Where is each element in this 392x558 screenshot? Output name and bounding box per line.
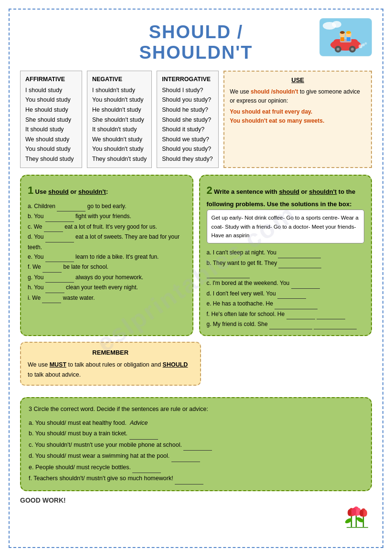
use-example2: You shouldn't eat so many sweets.: [230, 116, 366, 126]
list-item: i. We waste water.: [28, 293, 186, 303]
exercise2-number: 2: [207, 184, 212, 196]
list-item: f. We be late for school.: [28, 262, 186, 272]
svg-point-8: [351, 48, 354, 51]
list-item: h. You clean your teeth every night.: [28, 283, 186, 293]
list-item: a. Children go to bed early.: [28, 201, 186, 211]
list-item: f. Teachers shouldn't/ mustn't give so m…: [29, 473, 363, 484]
exercise2-header: 2 Write a sentence with should or should…: [207, 181, 365, 210]
exercise2-box: 2 Write a sentence with should or should…: [199, 175, 372, 337]
list-item: e. You learn to ride a bike. It's great …: [28, 252, 186, 262]
list-item: e. He has a toothache. He: [207, 299, 365, 309]
affirmative-rows: I should study You should study He shoul…: [25, 85, 77, 164]
list-item: c. You shouldn't/ mustn't use your mobil…: [29, 440, 363, 451]
exercise3-header: 3 Circle the correct word. Decide if the…: [29, 404, 363, 415]
list-item: d. You should/ must wear a swimming hat …: [29, 451, 363, 462]
svg-point-28: [351, 508, 356, 516]
svg-point-31: [360, 510, 363, 516]
affirmative-label: AFFIRMATIVE: [25, 74, 77, 84]
affirmative-box: AFFIRMATIVE I should study You should st…: [20, 71, 82, 168]
exercise2-solutions: Get up early- Not drink coffee- Go to a …: [207, 210, 365, 243]
footer-text: GOOD WORK!: [20, 496, 66, 504]
list-item: e. People should/ must recycle bottles.: [29, 462, 363, 474]
list-item: b. They want to get fit. They: [207, 258, 365, 279]
remember-text: We use MUST to talk about rules or oblig…: [28, 360, 193, 380]
interrogative-box: INTERROGATIVE Should I study? Should you…: [157, 71, 219, 168]
svg-point-16: [359, 44, 362, 48]
use-title: USE: [230, 75, 366, 85]
exercise2-items: a. I can't sleep at night. You b. They w…: [207, 248, 365, 329]
svg-rect-11: [340, 37, 344, 41]
exercise1-box: 1 Use should or shouldn't: a. Children g…: [20, 175, 193, 337]
list-item: f. He's often late for school. He: [207, 309, 365, 319]
exercise1-header: 1 Use should or shouldn't:: [28, 181, 186, 199]
svg-point-17: [362, 43, 365, 46]
right-spacer: [207, 342, 372, 391]
page-container: eslprintables.com SHOULD / SHOULDN'T: [9, 9, 383, 548]
remember-title: REMEMBER: [28, 347, 193, 358]
list-item: c. I'm bored at the weekend. You: [207, 278, 365, 288]
exercise3-box: 3 Circle the correct word. Decide if the…: [20, 397, 372, 491]
negative-box: NEGATIVE I shouldn't study You shouldn't…: [87, 71, 152, 168]
exercise3-items: a. You should/ must eat healthy food. Ad…: [29, 418, 363, 484]
exercise1-number: 1: [28, 184, 33, 196]
exercise3-title: Circle the correct word. Decide if the s…: [33, 406, 208, 412]
cartoon-image: [319, 18, 372, 56]
negative-rows: I shouldn't study You shouldn't study He…: [92, 85, 147, 164]
svg-point-25: [348, 509, 351, 516]
exercise2-title: Write a sentence with should or shouldn'…: [207, 188, 356, 208]
negative-label: NEGATIVE: [92, 74, 147, 84]
svg-point-32: [363, 510, 367, 516]
remember-row: REMEMBER We use MUST to talk about rules…: [20, 342, 372, 391]
list-item: g. My friend is cold. She: [207, 319, 365, 329]
list-item: a. I can't sleep at night. You: [207, 248, 365, 258]
tulip-decoration: [342, 501, 368, 534]
interrogative-rows: Should I study? Should you study? Should…: [162, 85, 213, 164]
list-item: g. You always do your homework.: [28, 273, 186, 283]
exercises-row-1: 1 Use should or shouldn't: a. Children g…: [20, 175, 372, 337]
use-box: USE We use should /shouldn't to give som…: [223, 71, 372, 168]
page-title: SHOULD / SHOULDN'T: [138, 22, 255, 63]
svg-point-12: [340, 31, 345, 34]
remember-box: REMEMBER We use MUST to talk about rules…: [20, 342, 201, 386]
header: SHOULD / SHOULDN'T: [20, 18, 372, 63]
exercise1-items: a. Children go to bed early. b. You figh…: [28, 201, 186, 303]
use-text: We use should /shouldn't to give someone…: [230, 87, 366, 105]
exercise3-number: 3: [29, 406, 32, 412]
conjugation-section: AFFIRMATIVE I should study You should st…: [20, 71, 372, 168]
list-item: d. You eat a lot of sweets. They are bad…: [28, 232, 186, 252]
list-item: b. You fight with your friends.: [28, 211, 186, 221]
list-item: d. I don't feel very well. You: [207, 289, 365, 299]
svg-point-15: [346, 31, 351, 34]
footer: GOOD WORK!: [20, 496, 372, 505]
use-example1: You should eat fruit every day.: [230, 107, 366, 116]
svg-point-2: [332, 21, 341, 28]
svg-point-18: [365, 42, 367, 45]
svg-rect-14: [347, 37, 350, 41]
list-item: c. We eat a lot of fruit. It's very good…: [28, 222, 186, 232]
interrogative-label: INTERROGATIVE: [162, 74, 213, 84]
list-item: a. You should/ must eat healthy food. Ad…: [29, 418, 363, 429]
list-item: b. You should/ must buy a train ticket.: [29, 428, 363, 440]
svg-point-6: [337, 48, 339, 51]
exercise1-title: Use should or shouldn't:: [35, 188, 108, 195]
